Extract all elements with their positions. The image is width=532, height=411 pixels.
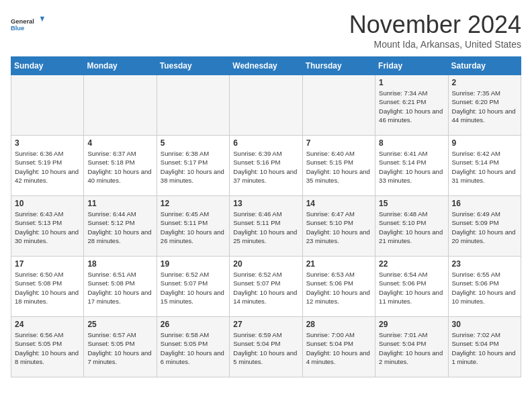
day-number: 4 xyxy=(87,138,152,148)
logo-svg: General Blue xyxy=(11,11,44,38)
cell-2-0: 10Sunrise: 6:43 AM Sunset: 5:13 PM Dayli… xyxy=(11,196,84,257)
day-number: 18 xyxy=(87,259,152,269)
cell-2-5: 15Sunrise: 6:48 AM Sunset: 5:10 PM Dayli… xyxy=(375,196,448,257)
svg-marker-2 xyxy=(40,17,44,22)
day-info: Sunrise: 6:48 AM Sunset: 5:10 PM Dayligh… xyxy=(379,210,444,245)
cell-0-1 xyxy=(84,75,157,136)
cell-0-2 xyxy=(157,75,229,136)
day-number: 12 xyxy=(161,199,226,208)
day-info: Sunrise: 6:53 AM Sunset: 5:06 PM Dayligh… xyxy=(306,270,371,306)
cell-1-6: 9Sunrise: 6:42 AM Sunset: 5:14 PM Daylig… xyxy=(448,136,521,196)
day-info: Sunrise: 6:49 AM Sunset: 5:09 PM Dayligh… xyxy=(452,210,517,245)
header-sunday: Sunday xyxy=(11,57,84,75)
page-header: General Blue November 2024 Mount Ida, Ar… xyxy=(11,11,521,50)
title-block: November 2024 Mount Ida, Arkansas, Unite… xyxy=(349,11,521,50)
day-info: Sunrise: 6:41 AM Sunset: 5:14 PM Dayligh… xyxy=(379,149,444,185)
week-row-2: 3Sunrise: 6:36 AM Sunset: 5:19 PM Daylig… xyxy=(11,136,521,196)
day-number: 1 xyxy=(379,78,444,87)
day-info: Sunrise: 6:54 AM Sunset: 5:06 PM Dayligh… xyxy=(379,270,444,306)
cell-2-2: 12Sunrise: 6:45 AM Sunset: 5:11 PM Dayli… xyxy=(157,196,229,257)
svg-text:General: General xyxy=(11,18,34,25)
day-info: Sunrise: 6:36 AM Sunset: 5:19 PM Dayligh… xyxy=(15,149,80,185)
cell-1-5: 8Sunrise: 6:41 AM Sunset: 5:14 PM Daylig… xyxy=(375,136,448,196)
cell-1-4: 7Sunrise: 6:40 AM Sunset: 5:15 PM Daylig… xyxy=(302,136,375,196)
day-number: 27 xyxy=(233,320,298,329)
day-number: 21 xyxy=(306,259,371,269)
cell-4-3: 27Sunrise: 6:59 AM Sunset: 5:04 PM Dayli… xyxy=(230,317,302,377)
day-number: 3 xyxy=(15,138,80,148)
cell-2-3: 13Sunrise: 6:46 AM Sunset: 5:11 PM Dayli… xyxy=(230,196,302,257)
cell-0-0 xyxy=(11,75,84,136)
cell-2-6: 16Sunrise: 6:49 AM Sunset: 5:09 PM Dayli… xyxy=(448,196,521,257)
day-info: Sunrise: 6:57 AM Sunset: 5:05 PM Dayligh… xyxy=(87,330,152,366)
day-info: Sunrise: 7:35 AM Sunset: 6:20 PM Dayligh… xyxy=(452,89,517,124)
day-info: Sunrise: 7:00 AM Sunset: 5:04 PM Dayligh… xyxy=(306,330,371,366)
header-wednesday: Wednesday xyxy=(230,57,302,75)
day-number: 10 xyxy=(15,199,80,208)
day-info: Sunrise: 6:45 AM Sunset: 5:11 PM Dayligh… xyxy=(161,210,226,245)
day-info: Sunrise: 6:47 AM Sunset: 5:10 PM Dayligh… xyxy=(306,210,371,245)
day-info: Sunrise: 6:58 AM Sunset: 5:05 PM Dayligh… xyxy=(161,330,226,366)
day-info: Sunrise: 6:38 AM Sunset: 5:17 PM Dayligh… xyxy=(161,149,226,185)
svg-text:Blue: Blue xyxy=(11,25,24,32)
day-number: 8 xyxy=(379,138,444,148)
cell-1-2: 5Sunrise: 6:38 AM Sunset: 5:17 PM Daylig… xyxy=(157,136,229,196)
day-info: Sunrise: 6:59 AM Sunset: 5:04 PM Dayligh… xyxy=(233,330,298,366)
day-info: Sunrise: 6:52 AM Sunset: 5:07 PM Dayligh… xyxy=(233,270,298,306)
day-number: 24 xyxy=(15,320,80,329)
header-saturday: Saturday xyxy=(448,57,521,75)
day-number: 7 xyxy=(306,138,371,148)
day-number: 19 xyxy=(161,259,226,269)
cell-3-0: 17Sunrise: 6:50 AM Sunset: 5:08 PM Dayli… xyxy=(11,257,84,317)
day-number: 20 xyxy=(233,259,298,269)
cell-0-5: 1Sunrise: 7:34 AM Sunset: 6:21 PM Daylig… xyxy=(375,75,448,136)
cell-2-4: 14Sunrise: 6:47 AM Sunset: 5:10 PM Dayli… xyxy=(302,196,375,257)
cell-0-6: 2Sunrise: 7:35 AM Sunset: 6:20 PM Daylig… xyxy=(448,75,521,136)
cell-1-1: 4Sunrise: 6:37 AM Sunset: 5:18 PM Daylig… xyxy=(84,136,157,196)
day-info: Sunrise: 6:50 AM Sunset: 5:08 PM Dayligh… xyxy=(15,270,80,306)
day-info: Sunrise: 6:55 AM Sunset: 5:06 PM Dayligh… xyxy=(452,270,517,306)
cell-0-4 xyxy=(302,75,375,136)
day-info: Sunrise: 6:56 AM Sunset: 5:05 PM Dayligh… xyxy=(15,330,80,366)
location-title: Mount Ida, Arkansas, United States xyxy=(349,39,521,50)
cell-4-4: 28Sunrise: 7:00 AM Sunset: 5:04 PM Dayli… xyxy=(302,317,375,377)
day-info: Sunrise: 6:42 AM Sunset: 5:14 PM Dayligh… xyxy=(452,149,517,185)
week-row-4: 17Sunrise: 6:50 AM Sunset: 5:08 PM Dayli… xyxy=(11,257,521,317)
day-number: 26 xyxy=(161,320,226,329)
cell-0-3 xyxy=(230,75,302,136)
week-row-3: 10Sunrise: 6:43 AM Sunset: 5:13 PM Dayli… xyxy=(11,196,521,257)
header-tuesday: Tuesday xyxy=(157,57,229,75)
day-number: 15 xyxy=(379,199,444,208)
day-info: Sunrise: 6:39 AM Sunset: 5:16 PM Dayligh… xyxy=(233,149,298,185)
header-row: SundayMondayTuesdayWednesdayThursdayFrid… xyxy=(11,57,521,75)
day-number: 13 xyxy=(233,199,298,208)
day-info: Sunrise: 6:40 AM Sunset: 5:15 PM Dayligh… xyxy=(306,149,371,185)
cell-2-1: 11Sunrise: 6:44 AM Sunset: 5:12 PM Dayli… xyxy=(84,196,157,257)
day-info: Sunrise: 6:52 AM Sunset: 5:07 PM Dayligh… xyxy=(161,270,226,306)
cell-4-6: 30Sunrise: 7:02 AM Sunset: 5:04 PM Dayli… xyxy=(448,317,521,377)
day-info: Sunrise: 6:51 AM Sunset: 5:08 PM Dayligh… xyxy=(87,270,152,306)
day-number: 23 xyxy=(452,259,517,269)
logo: General Blue xyxy=(11,11,44,38)
day-info: Sunrise: 7:02 AM Sunset: 5:04 PM Dayligh… xyxy=(452,330,517,366)
header-thursday: Thursday xyxy=(302,57,375,75)
day-number: 2 xyxy=(452,78,517,87)
day-number: 14 xyxy=(306,199,371,208)
day-number: 29 xyxy=(379,320,444,329)
header-monday: Monday xyxy=(84,57,157,75)
day-number: 25 xyxy=(87,320,152,329)
cell-3-1: 18Sunrise: 6:51 AM Sunset: 5:08 PM Dayli… xyxy=(84,257,157,317)
cell-3-6: 23Sunrise: 6:55 AM Sunset: 5:06 PM Dayli… xyxy=(448,257,521,317)
day-info: Sunrise: 6:44 AM Sunset: 5:12 PM Dayligh… xyxy=(87,210,152,245)
day-number: 6 xyxy=(233,138,298,148)
cell-4-5: 29Sunrise: 7:01 AM Sunset: 5:04 PM Dayli… xyxy=(375,317,448,377)
day-info: Sunrise: 6:37 AM Sunset: 5:18 PM Dayligh… xyxy=(87,149,152,185)
day-number: 9 xyxy=(452,138,517,148)
cell-4-0: 24Sunrise: 6:56 AM Sunset: 5:05 PM Dayli… xyxy=(11,317,84,377)
cell-3-5: 22Sunrise: 6:54 AM Sunset: 5:06 PM Dayli… xyxy=(375,257,448,317)
day-info: Sunrise: 7:01 AM Sunset: 5:04 PM Dayligh… xyxy=(379,330,444,366)
day-info: Sunrise: 7:34 AM Sunset: 6:21 PM Dayligh… xyxy=(379,89,444,124)
cell-3-4: 21Sunrise: 6:53 AM Sunset: 5:06 PM Dayli… xyxy=(302,257,375,317)
day-number: 28 xyxy=(306,320,371,329)
day-info: Sunrise: 6:43 AM Sunset: 5:13 PM Dayligh… xyxy=(15,210,80,245)
